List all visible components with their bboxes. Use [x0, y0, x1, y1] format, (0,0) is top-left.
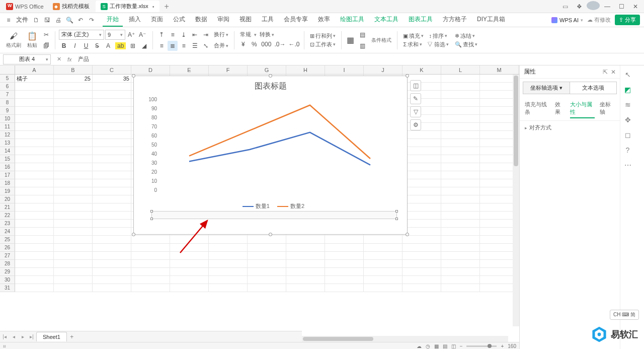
add-tab-button[interactable]: + [160, 2, 173, 11]
cell[interactable] [248, 236, 286, 244]
cell[interactable] [286, 276, 325, 284]
resize-handle[interactable] [269, 74, 272, 78]
dec-dec-icon[interactable]: ←.0 [287, 39, 300, 49]
align-right-icon[interactable]: ≡ [179, 41, 189, 51]
cell[interactable] [15, 123, 54, 131]
row-header[interactable]: 17 [0, 171, 15, 179]
cell[interactable] [93, 147, 131, 155]
tab-page[interactable]: 页面 [147, 13, 167, 27]
cell[interactable] [15, 99, 54, 107]
col-header[interactable]: B [54, 65, 93, 74]
font-select[interactable]: 宋体 (正文)▾ [59, 30, 104, 40]
convert-button[interactable]: 转换▾ [258, 31, 276, 38]
col-header[interactable]: M [480, 65, 519, 74]
cell[interactable] [403, 260, 441, 268]
cell[interactable] [441, 75, 480, 83]
select-all-corner[interactable] [0, 65, 15, 74]
cell[interactable] [93, 252, 131, 260]
align-middle-icon[interactable]: ≡ [168, 30, 178, 40]
align-bottom-icon[interactable]: ⤓ [179, 30, 189, 40]
cell[interactable] [170, 252, 209, 260]
row-header[interactable]: 22 [0, 212, 15, 220]
x-axis-selected[interactable] [151, 211, 397, 219]
cell[interactable] [93, 107, 131, 115]
fill-color-button[interactable]: ◢ [139, 41, 149, 51]
avatar[interactable] [587, 1, 600, 12]
cell[interactable] [209, 244, 248, 252]
text-options-button[interactable]: 文本选项 [570, 82, 617, 94]
styles-icon[interactable]: ▦ [345, 35, 355, 45]
cell[interactable] [441, 163, 480, 171]
decrease-font-icon[interactable]: A⁻ [137, 30, 147, 40]
chart-settings-button[interactable]: ⚙ [410, 119, 421, 130]
cell[interactable] [93, 203, 131, 212]
maximize-button[interactable]: ☐ [615, 3, 628, 10]
cell[interactable] [286, 260, 325, 268]
row-header[interactable]: 19 [0, 187, 15, 195]
number-format-select[interactable]: 常规 [238, 31, 253, 38]
cut-icon[interactable]: ✂ [41, 30, 51, 40]
cell[interactable] [131, 276, 170, 284]
row-header[interactable]: 8 [0, 99, 15, 107]
sort-button[interactable]: ↕ 排序▾ [427, 32, 449, 40]
row-header[interactable]: 26 [0, 244, 15, 252]
cell[interactable] [441, 276, 480, 284]
chart-elements-button[interactable]: ◫ [410, 80, 421, 91]
row-header[interactable]: 7 [0, 91, 15, 99]
align-top-icon[interactable]: ⤒ [156, 30, 167, 40]
tab-start[interactable]: 开始 [103, 13, 123, 27]
cell[interactable] [248, 252, 286, 260]
cell[interactable] [15, 260, 54, 268]
sheet-nav-first[interactable]: |◂ [0, 334, 9, 339]
cell[interactable] [403, 155, 441, 163]
cell[interactable] [15, 252, 54, 260]
cell[interactable] [325, 268, 364, 276]
row-header[interactable]: 21 [0, 203, 15, 212]
cell[interactable] [93, 212, 131, 220]
cell[interactable] [93, 260, 131, 268]
resize-handle[interactable] [269, 233, 272, 236]
cell[interactable] [131, 236, 170, 244]
sheet-nav-next[interactable]: ▸ [18, 334, 27, 339]
cell[interactable] [54, 155, 93, 163]
adjust-icon[interactable]: ✥ [623, 116, 632, 125]
cell[interactable] [15, 220, 54, 228]
cell[interactable] [209, 236, 248, 244]
row-header[interactable]: 20 [0, 195, 15, 203]
cell[interactable] [441, 115, 480, 123]
wrap-button[interactable]: 换行▾ [212, 31, 230, 38]
zoom-level[interactable]: 160 [508, 343, 516, 349]
cell[interactable] [15, 268, 54, 276]
cell[interactable] [15, 236, 54, 244]
cell[interactable] [15, 131, 54, 139]
cell[interactable] [15, 91, 54, 99]
cell[interactable] [170, 236, 209, 244]
sidebar-tab-effect[interactable]: 效果 [555, 99, 565, 118]
cell[interactable] [54, 179, 93, 187]
layers-icon[interactable]: ≋ [623, 101, 632, 110]
new-icon[interactable]: 🗋 [31, 17, 41, 24]
strike-button[interactable]: S̶ [92, 41, 102, 51]
col-header[interactable]: G [248, 65, 286, 74]
cell[interactable] [441, 220, 480, 228]
chart-styles-button[interactable]: ✎ [410, 93, 421, 104]
merge-button[interactable]: 合并▾ [212, 42, 230, 49]
sheet-tab[interactable]: Sheet1 [36, 332, 67, 341]
cell[interactable] [403, 195, 441, 203]
cell[interactable] [403, 139, 441, 147]
cell[interactable]: 橘子 [15, 75, 54, 83]
copy-icon[interactable]: 🗐 [41, 41, 51, 51]
cube-icon[interactable]: ❖ [573, 3, 586, 10]
col-header[interactable]: F [209, 65, 248, 74]
sheet-nav-prev[interactable]: ◂ [9, 334, 18, 339]
chart-object[interactable]: 图表标题 0102030405060708090100 数量1 数量2 ◫ ✎ … [133, 76, 408, 235]
row-header[interactable]: 12 [0, 131, 15, 139]
cell[interactable] [54, 212, 93, 220]
cell[interactable] [93, 123, 131, 131]
changes-indicator[interactable]: ☁ 有修改 [587, 16, 611, 24]
cell[interactable] [403, 131, 441, 139]
cell[interactable] [54, 236, 93, 244]
formula-bar[interactable]: 产品 [75, 55, 644, 63]
cell[interactable] [54, 284, 93, 292]
col-header[interactable]: J [364, 65, 403, 74]
